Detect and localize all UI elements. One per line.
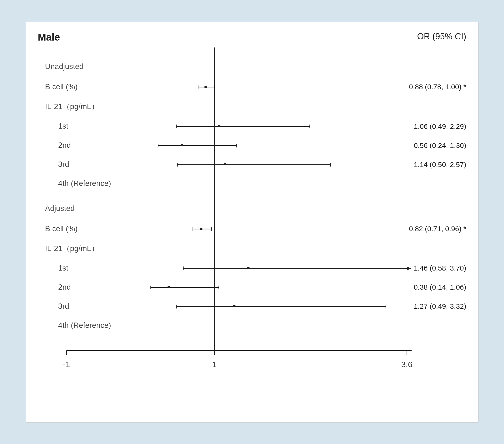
svg-text:4th (Reference): 4th (Reference) [58,179,111,187]
chart-title: Male [38,32,60,43]
or-unadj-bcell: 0.88 (0.78, 1.00) * [409,83,466,91]
svg-text:3rd: 3rd [58,160,69,168]
svg-rect-53 [233,305,235,307]
svg-rect-45 [247,267,250,269]
svg-rect-18 [204,86,207,88]
svg-rect-49 [167,286,170,288]
svg-text:IL-21（pg/mL）: IL-21（pg/mL） [45,102,99,111]
plot-area: -1 1 3.6 Unadjusted B cell (%) IL-21（pg/… [38,47,466,393]
chart-container: Male OR (95% CI) -1 1 3.6 Unadjusted B c… [26,22,479,423]
svg-text:Adjusted: Adjusted [45,204,74,212]
svg-text:2nd: 2nd [58,140,71,149]
or-header: OR (95% CI) [417,32,466,41]
svg-rect-22 [218,125,220,127]
forest-plot-svg: -1 1 3.6 Unadjusted B cell (%) IL-21（pg/… [38,47,466,393]
title-row: Male OR (95% CI) [38,32,466,45]
svg-text:4th (Reference): 4th (Reference) [58,321,111,329]
svg-text:IL-21（pg/mL）: IL-21（pg/mL） [45,244,99,252]
svg-rect-30 [224,163,226,165]
or-unadj-1st: 1.06 (0.49, 2.29) [414,122,466,131]
svg-rect-41 [200,228,202,230]
svg-text:1: 1 [212,360,216,369]
svg-text:-1: -1 [63,360,70,369]
svg-text:2nd: 2nd [58,283,71,291]
svg-text:3rd: 3rd [58,302,69,310]
svg-text:B cell (%): B cell (%) [45,224,77,233]
or-adj-bcell: 0.82 (0.71, 0.96) * [409,225,466,233]
svg-text:Unadjusted: Unadjusted [45,62,83,70]
or-unadj-3rd: 1.14 (0.50, 2.57) [414,161,466,169]
svg-text:3.6: 3.6 [401,360,412,369]
svg-rect-26 [181,144,183,146]
or-unadj-2nd: 0.56 (0.24, 1.30) [414,141,466,150]
svg-text:B cell (%): B cell (%) [45,82,77,91]
or-adj-2nd: 0.38 (0.14, 1.06) [414,283,466,291]
svg-marker-44 [407,267,411,270]
or-adj-3rd: 1.27 (0.49, 3.32) [414,302,466,310]
svg-text:1st: 1st [58,263,68,272]
svg-text:1st: 1st [58,121,68,130]
or-adj-1st: 1.46 (0.58, 3.70) [414,264,466,272]
